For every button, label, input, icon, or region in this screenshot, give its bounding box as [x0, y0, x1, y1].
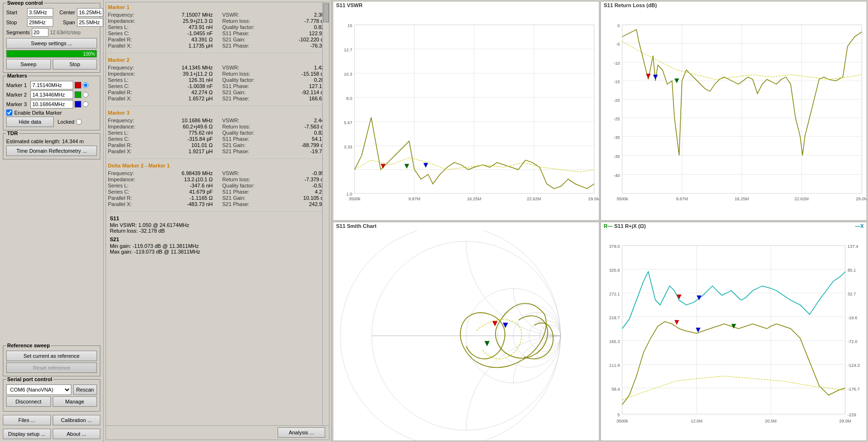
set-reference-button[interactable]: Set current as reference [6, 351, 97, 361]
m3-freq-val: 10.1686 MHz [182, 118, 212, 123]
hide-data-button[interactable]: Hide data [6, 117, 54, 127]
svg-rect-0 [355, 25, 594, 193]
s11-section: S11 Min VSWR: 1.050 @ 24.6174MHz Return … [110, 216, 325, 234]
sweep-settings-button[interactable]: Sweep settings ... [6, 38, 97, 49]
center-input[interactable] [77, 8, 103, 17]
vswr-chart-inner: 15 12.7 10.3 8.0 5.67 3.33 1.0 3500k 9.8… [333, 10, 599, 220]
m1-imp-label: Impedance: [108, 18, 146, 24]
scrollbar-thumb[interactable] [323, 3, 329, 22]
manage-button[interactable]: Manage [53, 396, 97, 407]
marker2-input[interactable] [30, 90, 73, 99]
m1-parr-label: Parallel R: [108, 37, 146, 42]
svg-text:16.25M: 16.25M [735, 196, 749, 201]
svg-text:272.1: 272.1 [609, 291, 619, 296]
svg-text:29.0M: 29.0M [839, 419, 851, 423]
charts-area: S11 VSWR 15 [332, 0, 868, 442]
s11-return-loss: Return loss: -32.178 dB [110, 228, 325, 234]
left-panel: Sweep control Start Center Stop Span Seg… [0, 0, 104, 442]
stop-button[interactable]: Stop [53, 59, 97, 69]
svg-text:3500k: 3500k [617, 419, 628, 423]
s11-title: S11 [110, 216, 325, 221]
s21-min-gain: Min gain: -119.073 dB @ 11.3811MHz [110, 243, 325, 249]
svg-text:32.7: 32.7 [848, 291, 856, 296]
svg-text:58.4: 58.4 [611, 386, 619, 391]
marker1-input[interactable] [30, 81, 73, 89]
smith-svg [333, 231, 599, 441]
bottom-buttons-2: Display setup ... About ... [3, 429, 100, 439]
svg-text:-25: -25 [614, 117, 620, 121]
m1-freq-val: 7.15007 MHz [182, 12, 212, 18]
disconnect-button[interactable]: Disconnect [6, 396, 51, 407]
calibration-button[interactable]: Calibration ... [53, 415, 101, 425]
cable-length-label: Estimated cable length: [6, 138, 60, 144]
marker1-radio[interactable] [83, 82, 88, 88]
svg-text:12.0M: 12.0M [691, 419, 703, 423]
svg-text:218.7: 218.7 [609, 315, 619, 320]
svg-text:-72.0: -72.0 [848, 339, 857, 344]
scrollbar[interactable] [322, 2, 329, 425]
stop-label: Stop [6, 20, 25, 25]
svg-text:-30: -30 [614, 135, 620, 140]
marker3-block: Marker 3 Frequency:10.1686 MHz Impedance… [108, 110, 327, 159]
m1-serl-val: 473.91 nH [189, 24, 213, 30]
svg-text:5: 5 [617, 413, 620, 417]
reset-reference-button[interactable]: Reset reference [6, 363, 97, 373]
rescan-button[interactable]: Rescan [73, 384, 97, 395]
svg-text:111.9: 111.9 [609, 363, 619, 367]
tdr-button[interactable]: Time Domain Reflectometry ... [6, 146, 97, 156]
markers-title: Markers [6, 73, 28, 79]
files-button[interactable]: Files ... [3, 415, 51, 425]
m1-imp-val: 25.9+j21.3 Ω [183, 18, 213, 24]
marker1-color [75, 82, 81, 88]
segments-label: Segments [6, 29, 30, 35]
m3-serc-val: -315.84 pF [187, 136, 212, 142]
vswr-svg: 15 12.7 10.3 8.0 5.67 3.33 1.0 3500k 9.8… [333, 10, 599, 220]
analysis-button[interactable]: Analysis ... [278, 427, 325, 438]
port-select[interactable]: COM6 (NanoVNA) [6, 384, 71, 395]
span-label: Span [55, 20, 75, 25]
m1-s21p-label: S21 Phase: [222, 43, 260, 49]
marker3-radio[interactable] [83, 101, 88, 107]
start-label: Start [6, 10, 25, 15]
marker3-color [75, 101, 81, 108]
span-input[interactable] [77, 18, 103, 27]
m1-s11p-label: S11 Phase: [222, 30, 260, 36]
about-button[interactable]: About ... [53, 429, 101, 439]
bottom-buttons: Files ... Calibration ... [3, 415, 100, 425]
tdr-title: TDR [6, 130, 19, 136]
rjx-chart-main-title: S11 R+jX (Ω) [614, 223, 646, 229]
svg-text:16.25M: 16.25M [467, 196, 482, 201]
marker2-radio[interactable] [83, 92, 88, 98]
marker2-color [75, 91, 81, 98]
start-input[interactable] [27, 8, 53, 17]
serial-port-title: Serial port control [6, 376, 53, 382]
svg-text:-35: -35 [614, 154, 620, 159]
m3-imp-val: 60.2+j49.6 Ω [183, 124, 213, 129]
svg-text:325.6: 325.6 [609, 267, 619, 272]
svg-text:3500k: 3500k [349, 196, 361, 201]
svg-text:8.0: 8.0 [346, 96, 352, 101]
display-setup-button[interactable]: Display setup ... [3, 429, 51, 439]
m2-imp-val: 39.1+j11.2 Ω [183, 71, 213, 77]
rjx-chart: R— S11 R+jX (Ω) —X [600, 222, 867, 442]
rjx-r-label: R— [604, 223, 613, 229]
marker2-label: Marker 2 [6, 92, 29, 98]
svg-text:-15: -15 [614, 79, 620, 84]
rjx-chart-inner: 379.0 325.6 272.1 218.7 165.3 111.9 58.4… [601, 231, 867, 441]
progress-label: 100% [83, 51, 95, 57]
m1-serl-label: Series L: [108, 24, 146, 30]
sweep-button[interactable]: Sweep [6, 59, 51, 69]
stop-input[interactable] [27, 18, 53, 27]
locked-radio[interactable] [76, 119, 82, 125]
delta-marker-block: Delta Marker 2 - Marker 1 Frequency:6.98… [108, 163, 327, 212]
s21-title: S21 [110, 236, 325, 242]
m2-parr-val: 42.274 Ω [192, 89, 213, 95]
svg-text:-19.6: -19.6 [848, 315, 857, 320]
rjx-svg: 379.0 325.6 272.1 218.7 165.3 111.9 58.4… [601, 231, 867, 441]
svg-text:22.62M: 22.62M [527, 196, 541, 201]
delta-marker-checkbox[interactable] [6, 109, 12, 116]
segments-input[interactable] [32, 28, 48, 37]
m2-serl-val: 126.31 nH [189, 77, 213, 83]
marker3-input[interactable] [30, 100, 73, 108]
svg-text:0: 0 [617, 23, 620, 28]
